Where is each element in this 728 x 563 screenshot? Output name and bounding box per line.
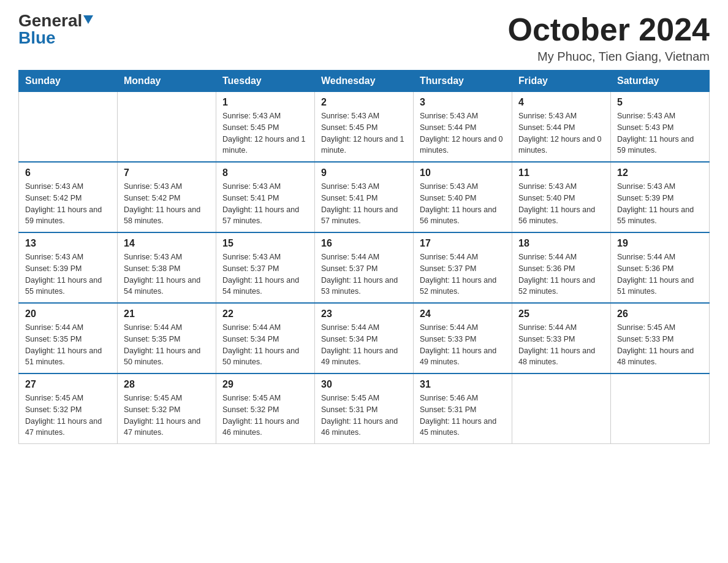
calendar-cell: 7Sunrise: 5:43 AMSunset: 5:42 PMDaylight… [118,162,216,232]
day-number: 3 [420,97,506,108]
calendar-cell: 30Sunrise: 5:45 AMSunset: 5:31 PMDayligh… [315,373,414,444]
calendar-cell: 2Sunrise: 5:43 AMSunset: 5:45 PMDaylight… [315,92,414,163]
day-number: 24 [420,308,506,320]
day-info: Sunrise: 5:44 AMSunset: 5:33 PMDaylight:… [420,322,506,368]
day-number: 23 [321,308,407,320]
calendar-cell [19,92,118,163]
day-info: Sunrise: 5:43 AMSunset: 5:39 PMDaylight:… [25,251,111,297]
day-number: 18 [518,238,604,249]
calendar-week-row: 20Sunrise: 5:44 AMSunset: 5:35 PMDayligh… [19,303,710,373]
day-info: Sunrise: 5:44 AMSunset: 5:34 PMDaylight:… [222,322,308,368]
calendar-cell: 21Sunrise: 5:44 AMSunset: 5:35 PMDayligh… [118,303,216,373]
calendar-cell: 23Sunrise: 5:44 AMSunset: 5:34 PMDayligh… [315,303,414,373]
logo-triangle-icon [83,15,93,24]
title-block: October 2024 My Phuoc, Tien Giang, Vietn… [508,12,710,64]
logo-blue-text: Blue [18,29,56,47]
day-info: Sunrise: 5:46 AMSunset: 5:31 PMDaylight:… [420,393,506,439]
day-info: Sunrise: 5:43 AMSunset: 5:45 PMDaylight:… [321,110,407,156]
calendar-cell [118,92,216,163]
calendar-header-row: SundayMondayTuesdayWednesdayThursdayFrid… [19,71,710,92]
calendar-cell: 6Sunrise: 5:43 AMSunset: 5:42 PMDaylight… [19,162,118,232]
day-info: Sunrise: 5:43 AMSunset: 5:43 PMDaylight:… [617,110,703,156]
day-info: Sunrise: 5:43 AMSunset: 5:45 PMDaylight:… [222,110,308,156]
calendar-header-thursday: Thursday [414,71,512,92]
day-info: Sunrise: 5:44 AMSunset: 5:36 PMDaylight:… [617,251,703,297]
day-number: 2 [321,97,407,108]
calendar-cell: 14Sunrise: 5:43 AMSunset: 5:38 PMDayligh… [118,232,216,303]
month-title: October 2024 [508,12,710,47]
day-info: Sunrise: 5:44 AMSunset: 5:37 PMDaylight:… [420,251,506,297]
calendar-week-row: 27Sunrise: 5:45 AMSunset: 5:32 PMDayligh… [19,373,710,444]
day-number: 1 [222,97,308,108]
calendar-cell: 26Sunrise: 5:45 AMSunset: 5:33 PMDayligh… [611,303,710,373]
calendar-cell: 9Sunrise: 5:43 AMSunset: 5:41 PMDaylight… [315,162,414,232]
logo-general-text: General [18,12,82,29]
calendar-cell: 25Sunrise: 5:44 AMSunset: 5:33 PMDayligh… [512,303,611,373]
day-info: Sunrise: 5:43 AMSunset: 5:42 PMDaylight:… [25,181,111,227]
day-number: 4 [518,97,604,108]
calendar-cell: 22Sunrise: 5:44 AMSunset: 5:34 PMDayligh… [216,303,315,373]
calendar-table: SundayMondayTuesdayWednesdayThursdayFrid… [18,70,710,444]
calendar-cell: 16Sunrise: 5:44 AMSunset: 5:37 PMDayligh… [315,232,414,303]
calendar-header-tuesday: Tuesday [216,71,315,92]
calendar-header-monday: Monday [118,71,216,92]
day-number: 12 [617,167,703,178]
day-number: 19 [617,238,703,249]
day-number: 16 [321,238,407,249]
calendar-cell: 8Sunrise: 5:43 AMSunset: 5:41 PMDaylight… [216,162,315,232]
day-info: Sunrise: 5:43 AMSunset: 5:41 PMDaylight:… [222,181,308,227]
day-info: Sunrise: 5:44 AMSunset: 5:37 PMDaylight:… [321,251,407,297]
day-info: Sunrise: 5:45 AMSunset: 5:32 PMDaylight:… [25,393,111,439]
calendar-week-row: 13Sunrise: 5:43 AMSunset: 5:39 PMDayligh… [19,232,710,303]
calendar-cell: 1Sunrise: 5:43 AMSunset: 5:45 PMDaylight… [216,92,315,163]
calendar-header-friday: Friday [512,71,611,92]
day-info: Sunrise: 5:44 AMSunset: 5:34 PMDaylight:… [321,322,407,368]
day-number: 10 [420,167,506,178]
calendar-cell: 24Sunrise: 5:44 AMSunset: 5:33 PMDayligh… [414,303,512,373]
calendar-cell [512,373,611,444]
calendar-cell: 18Sunrise: 5:44 AMSunset: 5:36 PMDayligh… [512,232,611,303]
calendar-cell: 11Sunrise: 5:43 AMSunset: 5:40 PMDayligh… [512,162,611,232]
day-number: 11 [518,167,604,178]
day-info: Sunrise: 5:43 AMSunset: 5:44 PMDaylight:… [518,110,604,156]
day-number: 25 [518,308,604,320]
day-number: 29 [222,379,308,390]
calendar-cell: 20Sunrise: 5:44 AMSunset: 5:35 PMDayligh… [19,303,118,373]
day-info: Sunrise: 5:43 AMSunset: 5:40 PMDaylight:… [420,181,506,227]
calendar-cell: 28Sunrise: 5:45 AMSunset: 5:32 PMDayligh… [118,373,216,444]
day-number: 14 [124,238,210,249]
calendar-header-saturday: Saturday [611,71,710,92]
day-number: 31 [420,379,506,390]
logo: General Blue [18,12,93,47]
day-number: 15 [222,238,308,249]
day-info: Sunrise: 5:43 AMSunset: 5:39 PMDaylight:… [617,181,703,227]
day-info: Sunrise: 5:43 AMSunset: 5:41 PMDaylight:… [321,181,407,227]
day-number: 8 [222,167,308,178]
day-info: Sunrise: 5:43 AMSunset: 5:44 PMDaylight:… [420,110,506,156]
day-number: 7 [124,167,210,178]
day-number: 5 [617,97,703,108]
day-number: 17 [420,238,506,249]
day-number: 6 [25,167,111,178]
calendar-header-wednesday: Wednesday [315,71,414,92]
location: My Phuoc, Tien Giang, Vietnam [508,50,710,64]
day-number: 13 [25,238,111,249]
day-info: Sunrise: 5:45 AMSunset: 5:31 PMDaylight:… [321,393,407,439]
day-info: Sunrise: 5:43 AMSunset: 5:42 PMDaylight:… [124,181,210,227]
calendar-cell [611,373,710,444]
calendar-cell: 3Sunrise: 5:43 AMSunset: 5:44 PMDaylight… [414,92,512,163]
day-info: Sunrise: 5:45 AMSunset: 5:33 PMDaylight:… [617,322,703,368]
calendar-cell: 19Sunrise: 5:44 AMSunset: 5:36 PMDayligh… [611,232,710,303]
day-info: Sunrise: 5:44 AMSunset: 5:35 PMDaylight:… [25,322,111,368]
page-header: General Blue October 2024 My Phuoc, Tien… [18,12,710,64]
day-info: Sunrise: 5:45 AMSunset: 5:32 PMDaylight:… [222,393,308,439]
calendar-cell: 17Sunrise: 5:44 AMSunset: 5:37 PMDayligh… [414,232,512,303]
calendar-cell: 10Sunrise: 5:43 AMSunset: 5:40 PMDayligh… [414,162,512,232]
calendar-header-sunday: Sunday [19,71,118,92]
day-number: 20 [25,308,111,320]
calendar-cell: 12Sunrise: 5:43 AMSunset: 5:39 PMDayligh… [611,162,710,232]
calendar-cell: 15Sunrise: 5:43 AMSunset: 5:37 PMDayligh… [216,232,315,303]
calendar-cell: 29Sunrise: 5:45 AMSunset: 5:32 PMDayligh… [216,373,315,444]
day-number: 30 [321,379,407,390]
day-info: Sunrise: 5:44 AMSunset: 5:36 PMDaylight:… [518,251,604,297]
